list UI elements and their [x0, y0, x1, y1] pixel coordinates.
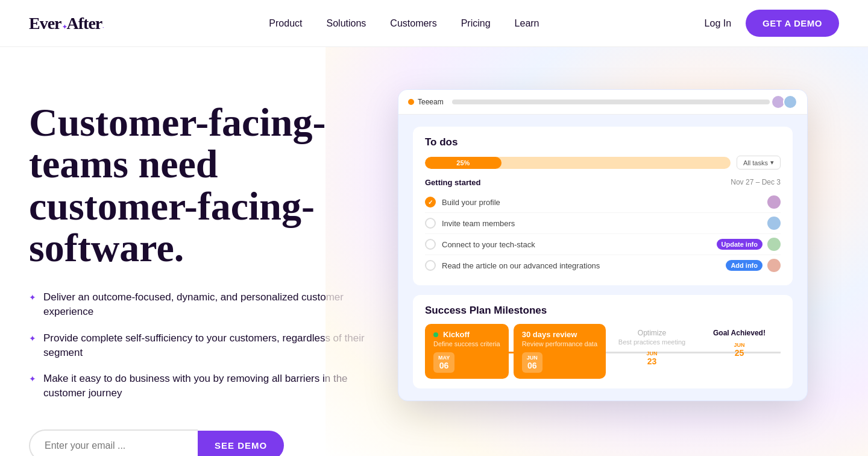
- milestones-section: Success Plan Milestones Kickoff Define s…: [413, 295, 793, 388]
- app-dot: [408, 99, 414, 105]
- todo-date-range: Nov 27 – Dec 3: [731, 178, 781, 187]
- todo-text-1: Build your profile: [442, 198, 500, 207]
- diamond-icon-1: ✦: [29, 292, 36, 304]
- see-demo-button[interactable]: SEE DEMO: [198, 431, 284, 456]
- get-demo-button[interactable]: GET A DEMO: [746, 10, 839, 37]
- hero-right: Teeeam To dos 25% All tasks: [366, 83, 839, 401]
- progress-row: 25% All tasks ▾: [425, 156, 781, 169]
- nav-item-pricing[interactable]: Pricing: [461, 18, 491, 29]
- badge-add-info: Add info: [726, 260, 763, 271]
- logo[interactable]: Ever✦After·: [29, 14, 104, 33]
- kickoff-label: Kickoff: [443, 330, 470, 339]
- hero-title: Customer-facing- teams need customer-fac…: [29, 101, 366, 268]
- diamond-icon-2: ✦: [29, 333, 36, 345]
- bullet-item-2: ✦ Provide complete self-sufficiency to y…: [29, 331, 366, 360]
- milestone-goal: Goal Achieved! JUN 25: [698, 324, 781, 379]
- chevron-down-icon: ▾: [770, 159, 774, 166]
- todo-avatar-1: [767, 195, 781, 209]
- check-empty-3: [425, 239, 436, 250]
- todo-text-3: Connect to your tech-stack: [442, 240, 535, 249]
- hero-section: Customer-facing- teams need customer-fac…: [0, 47, 868, 456]
- navbar: Ever✦After· Product Solutions Customers …: [0, 0, 868, 47]
- milestone-card-30days: 30 days review Review performance data J…: [514, 324, 606, 379]
- diamond-icon-3: ✦: [29, 373, 36, 385]
- todo-text-4: Read the article on our advanced integra…: [442, 261, 600, 270]
- todo-text-2: Invite team members: [442, 219, 515, 228]
- 30days-label: 30 days review: [522, 330, 597, 339]
- todo-item-3-left: Connect to your tech-stack: [425, 239, 535, 250]
- todo-section: To dos 25% All tasks ▾ Getting started N…: [413, 127, 793, 285]
- email-input[interactable]: [29, 429, 198, 456]
- app-name: Teeeam: [418, 98, 444, 106]
- progress-bar-inner: 25%: [425, 157, 502, 169]
- logo-text: Ever✦After·: [29, 14, 104, 33]
- 30days-date: JUN 06: [522, 352, 542, 373]
- screenshot-topbar: Teeeam: [398, 90, 807, 115]
- hero-bullets: ✦ Deliver an outcome-focused, dynamic, a…: [29, 290, 366, 401]
- goal-date: JUN 25: [734, 342, 744, 358]
- todo-item-1-left: ✓ Build your profile: [425, 197, 500, 207]
- progress-bar-outer: 25%: [425, 157, 731, 169]
- logo-star: ✦: [62, 24, 66, 30]
- goal-label: Goal Achieved!: [713, 329, 766, 337]
- badge-update-info: Update info: [717, 239, 763, 250]
- optimize-sub: Best practices meeting: [618, 338, 685, 346]
- optimize-date: JUN 23: [646, 350, 657, 366]
- hero-left: Customer-facing- teams need customer-fac…: [29, 83, 366, 456]
- todo-item-4-left: Read the article on our advanced integra…: [425, 260, 600, 271]
- todo-item-4: Read the article on our advanced integra…: [425, 255, 781, 276]
- nav-item-learn[interactable]: Learn: [515, 18, 539, 29]
- email-cta-row: SEE DEMO: [29, 429, 366, 456]
- topbar-bar: [452, 100, 770, 104]
- nav-item-solutions[interactable]: Solutions: [327, 18, 366, 29]
- milestone-optimize: Optimize Best practices meeting JUN 23: [611, 324, 693, 379]
- avatar-2: [783, 95, 797, 109]
- todo-avatar-3: [767, 238, 781, 251]
- kickoff-sub: Define success criteria: [433, 340, 500, 347]
- logo-dot: ·: [102, 25, 103, 30]
- todo-group-header: Getting started Nov 27 – Dec 3: [425, 178, 781, 187]
- bullet-item-1: ✦ Deliver an outcome-focused, dynamic, a…: [29, 290, 366, 319]
- todo-avatar-4: [767, 259, 781, 272]
- nav-actions: Log In GET A DEMO: [705, 10, 839, 37]
- milestones-title: Success Plan Milestones: [425, 305, 781, 317]
- check-empty-2: [425, 218, 436, 229]
- todo-avatar-2: [767, 217, 781, 230]
- nav-item-product[interactable]: Product: [269, 18, 302, 29]
- todo-item-1: ✓ Build your profile: [425, 192, 781, 213]
- check-icon-1: ✓: [425, 197, 436, 207]
- all-tasks-button[interactable]: All tasks ▾: [737, 156, 781, 169]
- optimize-label: Optimize: [638, 329, 666, 337]
- avatar-group: [773, 95, 797, 109]
- kickoff-date: MAY 06: [433, 352, 454, 373]
- screenshot-body: To dos 25% All tasks ▾ Getting started N…: [398, 115, 807, 401]
- milestone-card-kickoff: Kickoff Define success criteria MAY 06: [425, 324, 509, 379]
- check-empty-4: [425, 260, 436, 271]
- todo-title: To dos: [425, 136, 781, 148]
- product-screenshot: Teeeam To dos 25% All tasks: [398, 89, 808, 401]
- bullet-item-3: ✦ Make it easy to do business with you b…: [29, 372, 366, 401]
- nav-links: Product Solutions Customers Pricing Lear…: [269, 18, 539, 29]
- todo-item-2-left: Invite team members: [425, 218, 515, 229]
- todo-item-2: Invite team members: [425, 213, 781, 234]
- login-link[interactable]: Log In: [705, 18, 731, 29]
- 30days-sub: Review performance data: [522, 340, 597, 347]
- nav-item-customers[interactable]: Customers: [390, 18, 436, 29]
- todo-group-label: Getting started: [425, 178, 480, 187]
- milestone-dot-green: [433, 332, 438, 337]
- todo-item-3: Connect to your tech-stack Update info: [425, 234, 781, 255]
